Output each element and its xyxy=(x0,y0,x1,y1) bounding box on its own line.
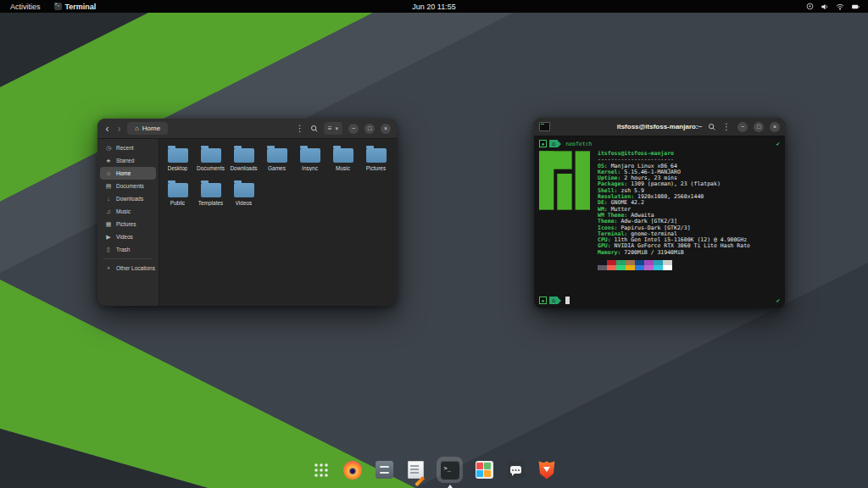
forward-button[interactable]: › xyxy=(115,124,123,134)
neofetch-info: itsfoss@itsfoss-manjaro ----------------… xyxy=(598,151,750,270)
folder-icon xyxy=(300,148,320,163)
folder-icon xyxy=(201,148,221,163)
folder-item[interactable]: Music xyxy=(326,143,359,178)
files-content-area[interactable]: Desktop Documents Downloads Game xyxy=(159,139,397,306)
battery-icon xyxy=(851,3,860,11)
firefox-dock-button[interactable] xyxy=(342,460,363,480)
back-button[interactable]: ‹ xyxy=(103,124,111,134)
sidebar-item[interactable]: ♫ Music xyxy=(100,205,156,218)
software-center-icon xyxy=(476,461,493,479)
sidebar-list: ◷ Recent ★ Starred ⌂ Home xyxy=(97,141,159,256)
music-note-icon: ♫ xyxy=(105,208,112,214)
maximize-button[interactable]: □ xyxy=(364,124,375,134)
prompt-os-segment-icon: ▪ xyxy=(539,140,547,147)
sidebar-item[interactable]: ▶ Videos xyxy=(100,230,156,243)
sidebar-item-label: Documents xyxy=(116,183,144,189)
folder-item[interactable]: Documents xyxy=(194,143,227,178)
minimize-button[interactable]: − xyxy=(348,124,359,134)
palette-swatch xyxy=(644,265,654,270)
videos-icon: ▶ xyxy=(105,234,112,241)
software-center-dock-button[interactable] xyxy=(474,460,494,480)
sidebar-item-label: Other Locations xyxy=(116,265,155,271)
documents-icon: ▤ xyxy=(105,183,112,190)
folder-item[interactable]: Games xyxy=(260,143,293,178)
minimize-button[interactable]: − xyxy=(737,122,748,132)
folder-label: Music xyxy=(336,165,350,171)
sidebar-item-label: Videos xyxy=(116,234,133,240)
info-line: Memory: 7200MiB / 31940MiB xyxy=(598,250,750,256)
palette-swatch xyxy=(654,265,663,270)
activities-button[interactable]: Activities xyxy=(3,0,47,13)
folder-icon xyxy=(366,148,387,163)
maximize-button[interactable]: □ xyxy=(754,122,764,132)
list-view-icon: ≡ xyxy=(328,125,332,132)
folder-icon xyxy=(168,148,188,163)
folder-icon xyxy=(201,183,221,197)
folder-icon xyxy=(267,148,287,163)
info-label: Memory: xyxy=(598,249,620,256)
kebab-menu-icon[interactable]: ⋮ xyxy=(721,120,732,133)
folder-label: Insync xyxy=(302,165,318,171)
sidebar-item[interactable]: ▦ Pictures xyxy=(100,218,156,230)
path-bar[interactable]: ⌂ Home xyxy=(127,122,168,135)
terminal-icon xyxy=(441,461,459,480)
palette-swatch xyxy=(607,265,616,270)
sidebar-item-label: Trash xyxy=(116,247,130,252)
prompt-line: ▪ ⌂ neofetch ✔ xyxy=(539,139,780,148)
app-grid-button[interactable] xyxy=(311,460,331,480)
color-palette-row-2 xyxy=(598,265,750,270)
prompt-line-bottom: ▪ ⌂ ✔ xyxy=(539,296,780,305)
sidebar-item[interactable]: ◷ Recent xyxy=(100,141,156,154)
app-grid-icon xyxy=(314,463,329,478)
volume-icon xyxy=(821,3,829,11)
folder-item[interactable]: Desktop xyxy=(161,143,194,178)
terminal-dock-button[interactable] xyxy=(437,457,463,483)
sidebar-item[interactable]: ▤ Documents xyxy=(100,180,156,192)
sidebar-item-label: Home xyxy=(116,170,131,176)
brave-dock-button[interactable] xyxy=(537,460,557,480)
folder-item[interactable]: Downloads xyxy=(227,143,260,178)
folder-item[interactable]: Insync xyxy=(293,143,326,178)
palette-swatch xyxy=(663,265,672,270)
files-header-bar[interactable]: ‹ › ⌂ Home ⋮ ≡ ▾ − □ × xyxy=(97,119,397,139)
sidebar-item[interactable]: ★ Starred xyxy=(100,154,156,167)
terminal-content[interactable]: ▪ ⌂ neofetch ✔ itsfoss@itsfoss-manjaro -… xyxy=(534,136,785,308)
folder-label: Videos xyxy=(236,200,253,206)
close-button[interactable]: × xyxy=(770,122,780,132)
folder-icon xyxy=(234,148,254,163)
folder-item[interactable]: Pictures xyxy=(359,143,392,178)
text-editor-icon xyxy=(408,461,424,479)
terminal-cursor xyxy=(565,297,570,304)
info-value: 7200MiB / 31940MiB xyxy=(624,249,683,256)
downloads-icon: ↓ xyxy=(105,196,112,202)
files-dock-button[interactable] xyxy=(374,460,394,480)
close-button[interactable]: × xyxy=(381,124,391,134)
prompt-os-segment-icon: ▪ xyxy=(539,297,547,304)
sidebar-item-other-locations[interactable]: + Other Locations xyxy=(100,262,156,274)
system-status-area[interactable] xyxy=(806,0,865,13)
sidebar-item[interactable]: ⌂ Home xyxy=(100,167,156,180)
path-label: Home xyxy=(142,125,160,132)
kebab-menu-icon[interactable]: ⋮ xyxy=(295,122,305,135)
chat-dock-button[interactable] xyxy=(505,460,526,480)
terminal-header-bar[interactable]: itsfoss@itsfoss-manjaro:~ ⋮ − □ × xyxy=(534,118,785,136)
folder-label: Templates xyxy=(198,200,224,206)
text-editor-dock-button[interactable] xyxy=(405,460,426,480)
sidebar-item-label: Pictures xyxy=(116,221,136,227)
folder-item[interactable]: Public xyxy=(161,178,194,213)
view-toggle-button[interactable]: ≡ ▾ xyxy=(324,122,342,135)
focused-app-menu[interactable]: Terminal xyxy=(47,0,103,13)
folder-item[interactable]: Templates xyxy=(194,178,227,213)
search-icon[interactable] xyxy=(707,120,717,133)
palette-swatch xyxy=(616,265,626,270)
folder-item[interactable]: Videos xyxy=(227,178,260,213)
search-icon[interactable] xyxy=(309,122,320,135)
home-icon: ⌂ xyxy=(135,125,139,132)
sidebar-item[interactable]: ↓ Downloads xyxy=(100,192,156,205)
sidebar-item-label: Downloads xyxy=(116,196,143,202)
sidebar-separator xyxy=(103,258,153,259)
folder-label: Public xyxy=(170,200,186,206)
terminal-tab-icon[interactable] xyxy=(539,122,550,131)
clock-button[interactable]: Jun 20 11:55 xyxy=(412,3,455,11)
sidebar-item[interactable]: ▯ Trash xyxy=(100,243,156,256)
